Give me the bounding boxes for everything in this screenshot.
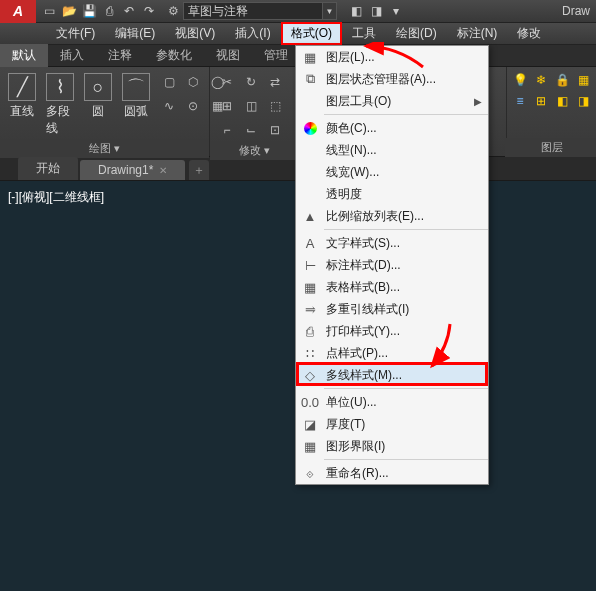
- modify-tool-icon[interactable]: ✂: [216, 71, 238, 93]
- layer-icon[interactable]: ◨: [574, 92, 592, 110]
- menu-item-label: 单位(U)...: [324, 394, 488, 411]
- draw-tool-icon[interactable]: ▢: [158, 71, 180, 93]
- modify-tool-icon[interactable]: ⇄: [264, 71, 286, 93]
- menu-dim[interactable]: 标注(N): [447, 22, 508, 45]
- qat-icon-b[interactable]: ◨: [367, 2, 385, 20]
- menu-tools[interactable]: 工具: [342, 22, 386, 45]
- ribbon-tab-insert[interactable]: 插入: [48, 44, 96, 67]
- ribbon-tab-manage[interactable]: 管理: [252, 44, 300, 67]
- layer-icon[interactable]: ⊞: [532, 92, 550, 110]
- layer-icon[interactable]: ◧: [553, 92, 571, 110]
- ribbon-tab-annotate[interactable]: 注释: [96, 44, 144, 67]
- layer-icon[interactable]: ▦: [574, 71, 592, 89]
- menu-item-label: 图层状态管理器(A)...: [324, 71, 488, 88]
- modify-tool-icon[interactable]: ◫: [240, 95, 262, 117]
- circle-label: 圆: [92, 103, 104, 120]
- menu-item-limits[interactable]: ▦图形界限(I): [296, 435, 488, 457]
- modify-tool-icon[interactable]: ⌙: [240, 119, 262, 141]
- menu-item-label: 图层(L)...: [324, 49, 488, 66]
- menu-item-label: 多线样式(M)...: [324, 367, 488, 384]
- undo-icon[interactable]: ↶: [120, 2, 138, 20]
- menu-item-scale[interactable]: ▲比例缩放列表(E)...: [296, 205, 488, 227]
- panel-modify-label[interactable]: 修改 ▾: [210, 141, 299, 160]
- draw-tool-icon[interactable]: ∿: [158, 95, 180, 117]
- layer-icon[interactable]: 💡: [511, 71, 529, 89]
- redo-icon[interactable]: ↷: [140, 2, 158, 20]
- menu-item-mline-style[interactable]: ◇多线样式(M)...: [296, 364, 488, 386]
- arc-button[interactable]: ⌒圆弧: [120, 71, 152, 122]
- ribbon-tab-parametric[interactable]: 参数化: [144, 44, 204, 67]
- menu-item-linetype[interactable]: 线型(N)...: [296, 139, 488, 161]
- units-icon: 0.0: [296, 395, 324, 410]
- panel-layers-label[interactable]: 图层: [505, 138, 596, 157]
- tab-start[interactable]: 开始: [18, 157, 78, 180]
- draw-tool-icon[interactable]: ⬡: [182, 71, 204, 93]
- menu-item-label: 打印样式(Y)...: [324, 323, 488, 340]
- menu-item-color[interactable]: 颜色(C)...: [296, 117, 488, 139]
- modify-tool-icon[interactable]: ⬚: [264, 95, 286, 117]
- menu-modify[interactable]: 修改: [507, 22, 551, 45]
- layer-icon[interactable]: ❄: [532, 71, 550, 89]
- menu-draw[interactable]: 绘图(D): [386, 22, 447, 45]
- submenu-arrow-icon: ▶: [474, 96, 482, 107]
- ribbon-tab-view[interactable]: 视图: [204, 44, 252, 67]
- modify-tool-icon[interactable]: ⊞: [216, 95, 238, 117]
- format-menu-dropdown: ▦图层(L)...⧉图层状态管理器(A)...图层工具(O)▶颜色(C)...线…: [295, 45, 489, 485]
- menu-item-label: 颜色(C)...: [324, 120, 488, 137]
- menu-item-lineweight[interactable]: 线宽(W)...: [296, 161, 488, 183]
- saveas-icon[interactable]: ⎙: [100, 2, 118, 20]
- menu-view[interactable]: 视图(V): [165, 22, 225, 45]
- menu-item-label: 比例缩放列表(E)...: [324, 208, 488, 225]
- menu-item-plot-style[interactable]: ⎙打印样式(Y)...: [296, 320, 488, 342]
- menu-item-label: 图层工具(O): [324, 93, 488, 110]
- qat-icon-c[interactable]: ▾: [387, 2, 405, 20]
- panel-draw-label[interactable]: 绘图 ▾: [0, 139, 209, 158]
- save-icon[interactable]: 💾: [80, 2, 98, 20]
- qat-icon-a[interactable]: ◧: [347, 2, 365, 20]
- menu-item-label: 线型(N)...: [324, 142, 488, 159]
- menu-item-transparency[interactable]: 透明度: [296, 183, 488, 205]
- menu-item-text-style[interactable]: A文字样式(S)...: [296, 232, 488, 254]
- modify-tool-icon[interactable]: ⌐: [216, 119, 238, 141]
- rename-icon: ⟐: [296, 466, 324, 481]
- tab-start-label: 开始: [36, 160, 60, 177]
- menu-item-rename[interactable]: ⟐重命名(R)...: [296, 462, 488, 484]
- menu-item-label: 线宽(W)...: [324, 164, 488, 181]
- menu-item-units[interactable]: 0.0单位(U)...: [296, 391, 488, 413]
- close-icon[interactable]: ✕: [159, 165, 167, 176]
- polyline-button[interactable]: ⌇多段线: [44, 71, 76, 139]
- workspace-input[interactable]: [183, 2, 323, 20]
- menu-format[interactable]: 格式(O): [281, 22, 342, 45]
- layer-state-icon: ⧉: [296, 71, 324, 87]
- menu-item-layer-state[interactable]: ⧉图层状态管理器(A)...: [296, 68, 488, 90]
- tab-add-icon[interactable]: ＋: [189, 160, 209, 180]
- layer-icon[interactable]: ≡: [511, 92, 529, 110]
- workspace-dropdown-icon[interactable]: ▼: [323, 2, 337, 20]
- menu-item-thickness[interactable]: ◪厚度(T): [296, 413, 488, 435]
- menu-file[interactable]: 文件(F): [46, 22, 105, 45]
- circle-button[interactable]: ○圆: [82, 71, 114, 122]
- menu-item-dim-style[interactable]: ⊢标注样式(D)...: [296, 254, 488, 276]
- menu-item-label: 厚度(T): [324, 416, 488, 433]
- draw-tool-icon[interactable]: ⊙: [182, 95, 204, 117]
- menu-insert[interactable]: 插入(I): [225, 22, 280, 45]
- menu-item-table-style[interactable]: ▦表格样式(B)...: [296, 276, 488, 298]
- menu-item-label: 透明度: [324, 186, 488, 203]
- menu-item-label: 表格样式(B)...: [324, 279, 488, 296]
- menu-item-layer[interactable]: ▦图层(L)...: [296, 46, 488, 68]
- modify-tool-icon[interactable]: ⊡: [264, 119, 286, 141]
- menu-item-mleader[interactable]: ⥤多重引线样式(I): [296, 298, 488, 320]
- menu-edit[interactable]: 编辑(E): [105, 22, 165, 45]
- plot-style-icon: ⎙: [296, 324, 324, 339]
- open-icon[interactable]: 📂: [60, 2, 78, 20]
- line-button[interactable]: ╱直线: [6, 71, 38, 122]
- modify-tool-icon[interactable]: ↻: [240, 71, 262, 93]
- menu-item-layer-tools[interactable]: 图层工具(O)▶: [296, 90, 488, 112]
- polyline-label: 多段线: [46, 103, 74, 137]
- tab-drawing[interactable]: Drawing1*✕: [80, 160, 185, 180]
- layer-icon[interactable]: 🔒: [553, 71, 571, 89]
- viewport-label[interactable]: [-][俯视][二维线框]: [8, 189, 104, 206]
- ribbon-tab-default[interactable]: 默认: [0, 44, 48, 67]
- menu-item-point-style[interactable]: ∷点样式(P)...: [296, 342, 488, 364]
- new-icon[interactable]: ▭: [40, 2, 58, 20]
